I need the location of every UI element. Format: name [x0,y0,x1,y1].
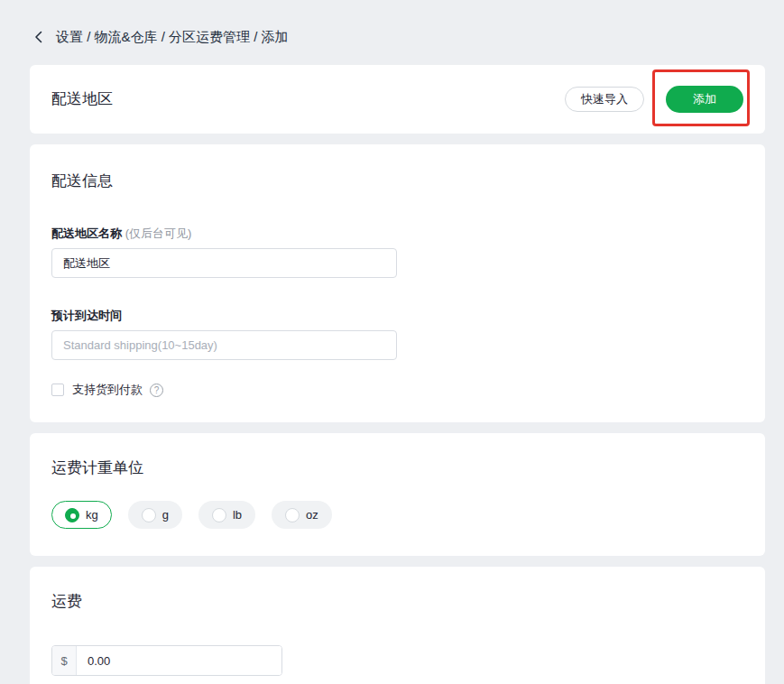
delivery-info-title: 配送信息 [51,171,743,191]
eta-input[interactable] [51,330,397,360]
cod-label: 支持货到付款 [72,382,143,398]
fee-input-group: $ [51,645,282,676]
unit-option-label: kg [86,508,98,522]
unit-option-g[interactable]: g [128,501,182,529]
unit-option-lb[interactable]: lb [198,501,255,529]
shipping-fee-title: 运费 [51,592,743,612]
quick-import-button[interactable]: 快速导入 [565,87,644,112]
cod-checkbox[interactable] [51,384,64,396]
weight-unit-card: 运费计重单位 kg g lb oz [30,433,765,556]
zone-name-label: 配送地区名称 (仅后台可见) [51,226,743,242]
header-card: 配送地区 快速导入 添加 [30,65,765,134]
currency-prefix: $ [52,646,77,675]
unit-option-kg[interactable]: kg [51,501,112,529]
radio-unselected-icon [285,508,300,522]
radio-unselected-icon [142,508,156,522]
unit-option-label: oz [306,508,318,522]
breadcrumb: 设置 / 物流&仓库 / 分区运费管理 / 添加 [32,0,765,46]
unit-option-label: g [162,508,169,522]
page-title: 配送地区 [51,89,113,109]
weight-unit-title: 运费计重单位 [51,458,743,478]
cod-row: 支持货到付款 ? [51,383,743,397]
zone-name-input[interactable] [51,248,397,278]
add-button[interactable]: 添加 [666,86,743,113]
zone-name-hint: (仅后台可见) [125,226,192,240]
unit-option-label: lb [233,508,242,522]
settings-page: 设置 / 物流&仓库 / 分区运费管理 / 添加 配送地区 快速导入 添加 配送… [30,0,765,684]
delivery-info-card: 配送信息 配送地区名称 (仅后台可见) 预计到达时间 支持货到付款 ? [30,144,765,422]
back-icon[interactable] [32,30,46,44]
help-icon[interactable]: ? [150,384,163,397]
breadcrumb-text[interactable]: 设置 / 物流&仓库 / 分区运费管理 / 添加 [56,29,289,46]
radio-unselected-icon [212,508,226,522]
eta-label: 预计到达时间 [51,308,743,324]
weight-unit-options: kg g lb oz [51,501,743,529]
header-actions: 快速导入 添加 [565,86,743,113]
fee-amount-input[interactable] [77,646,281,675]
shipping-fee-card: 运费 $ [30,567,765,684]
unit-option-oz[interactable]: oz [272,501,332,529]
radio-selected-icon [65,508,79,522]
